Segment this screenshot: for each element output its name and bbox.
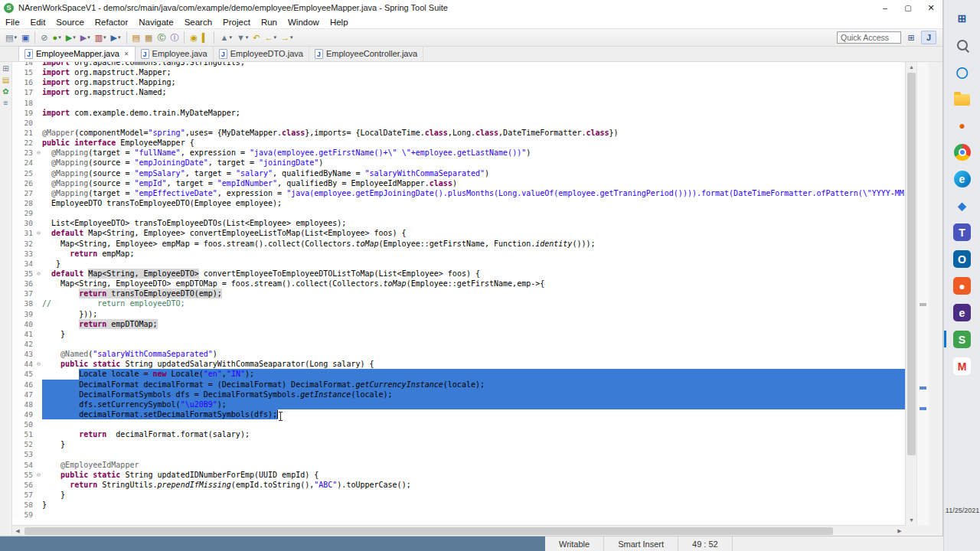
code-line-39[interactable]: 39 }));: [12, 309, 905, 319]
code-line-34[interactable]: 34 }: [12, 259, 905, 269]
new-package-icon[interactable]: ▦: [143, 31, 154, 45]
tab-close-icon[interactable]: ✕: [124, 51, 129, 57]
line-number[interactable]: 44: [18, 359, 35, 369]
code-line-26[interactable]: 26 @Mapping(source = "empId", target = "…: [12, 178, 905, 188]
code-line-15[interactable]: 15import org.mapstruct.Mapper;: [12, 67, 905, 77]
dropdown-arrow-icon[interactable]: ▾: [274, 34, 277, 41]
code-line-23[interactable]: 23⊖ @Mapping(target = "fullName", expres…: [12, 148, 905, 158]
menu-run[interactable]: Run: [256, 18, 283, 27]
code-line-52[interactable]: 52 }: [12, 439, 905, 449]
line-number[interactable]: 43: [18, 349, 35, 359]
line-number[interactable]: 46: [18, 380, 35, 390]
run-icon[interactable]: ▶▾: [64, 31, 77, 45]
overview-ruler[interactable]: [916, 62, 929, 525]
code-line-54[interactable]: 54 @EmployeeIdMapper: [12, 460, 905, 470]
menu-edit[interactable]: Edit: [25, 18, 51, 27]
line-number[interactable]: 34: [18, 259, 35, 269]
dropdown-arrow-icon[interactable]: ▾: [246, 34, 249, 41]
scroll-left-icon[interactable]: ◀: [12, 526, 23, 536]
fold-minus-icon[interactable]: ⊖: [35, 148, 42, 158]
code-line-51[interactable]: 51 return decimalFormat.format(salary);: [12, 429, 905, 439]
menu-refactor[interactable]: Refactor: [90, 18, 133, 27]
dropdown-arrow-icon[interactable]: ▾: [58, 34, 61, 41]
line-number[interactable]: 32: [18, 239, 35, 249]
code-line-24[interactable]: 24 @Mapping(source = "empJoiningDate", t…: [12, 158, 905, 168]
last-edit-location-icon[interactable]: ↶: [251, 31, 261, 45]
skip-breakpoints-icon[interactable]: ⊘: [39, 31, 49, 45]
horizontal-scrollbar[interactable]: ◀ ▶: [12, 525, 905, 536]
line-number[interactable]: 45: [18, 369, 35, 379]
cortana-icon[interactable]: ◯: [944, 58, 980, 85]
outline-icon[interactable]: ≡: [4, 99, 8, 107]
code-line-28[interactable]: 28 EmployeeDTO transToEmployeeDTO(Employ…: [12, 198, 905, 208]
scroll-up-icon[interactable]: ▲: [906, 62, 917, 72]
line-number[interactable]: 25: [18, 168, 35, 178]
vertical-scrollbar-thumb[interactable]: [907, 73, 916, 455]
line-number[interactable]: 37: [18, 289, 35, 298]
line-number[interactable]: 31: [18, 228, 35, 238]
line-number[interactable]: 29: [18, 208, 35, 218]
line-number[interactable]: 16: [18, 77, 35, 87]
line-number[interactable]: 22: [18, 138, 35, 148]
menu-navigate[interactable]: Navigate: [133, 18, 178, 27]
code-line-40[interactable]: 40 return empDTOMap;: [12, 319, 905, 329]
code-line-37[interactable]: 37 return transToEmployeeDTO(emp);: [12, 289, 905, 298]
dropdown-arrow-icon[interactable]: ▾: [229, 34, 232, 41]
line-number[interactable]: 35: [18, 269, 35, 279]
vscode-icon[interactable]: ◆: [944, 192, 980, 219]
menu-help[interactable]: Help: [325, 18, 354, 27]
line-number[interactable]: 17: [18, 87, 35, 97]
overview-mark[interactable]: [920, 386, 926, 390]
editor-tab-1[interactable]: JEmployee.java: [136, 46, 214, 61]
vertical-scrollbar[interactable]: ▲ ▼: [905, 62, 916, 525]
menu-source[interactable]: Source: [51, 18, 89, 27]
code-line-49[interactable]: 49 decimalFormat.setDecimalFormatSymbols…: [12, 409, 905, 419]
line-number[interactable]: 52: [18, 439, 35, 449]
new-java-project-icon[interactable]: ▤: [131, 31, 142, 45]
search-icon[interactable]: ◉: [188, 31, 199, 45]
line-number[interactable]: 39: [18, 309, 35, 319]
fold-minus-icon[interactable]: ⊖: [35, 269, 42, 279]
line-number[interactable]: 20: [18, 118, 35, 128]
line-number[interactable]: 56: [18, 480, 35, 490]
line-number[interactable]: 47: [18, 390, 35, 399]
firefox-icon[interactable]: ●: [944, 112, 980, 139]
code-line-45[interactable]: 45 Locale locale = new Locale("en","IN")…: [12, 369, 905, 379]
editor-tab-3[interactable]: JEmployeeController.java: [309, 46, 423, 61]
code-line-53[interactable]: 53: [12, 449, 905, 459]
line-number[interactable]: 53: [18, 449, 35, 459]
code-line-31[interactable]: 31⊖ default Map<String, Employee> conver…: [12, 228, 905, 238]
code-line-36[interactable]: 36 Map<String, EmployeeDTO> empDTOMap = …: [12, 279, 905, 289]
line-number[interactable]: 49: [18, 409, 35, 419]
forward-icon[interactable]: →▾: [279, 31, 295, 45]
edge-icon[interactable]: e: [944, 165, 980, 192]
chrome-icon[interactable]: [944, 139, 980, 165]
line-number[interactable]: 42: [18, 339, 35, 349]
overview-mark[interactable]: [920, 407, 926, 410]
dropdown-arrow-icon[interactable]: ▾: [118, 34, 121, 41]
start-icon[interactable]: ⊞: [944, 5, 980, 31]
code-line-46[interactable]: 46 DecimalFormat decimalFormat = (Decima…: [12, 380, 905, 390]
line-number[interactable]: 59: [18, 510, 35, 520]
code-line-14[interactable]: 14import org.apache.commons.lang3.String…: [12, 62, 905, 67]
line-number[interactable]: 21: [18, 128, 35, 138]
line-number[interactable]: 19: [18, 108, 35, 118]
outlook-icon[interactable]: O: [944, 246, 980, 272]
line-number[interactable]: 48: [18, 399, 35, 409]
postman-icon[interactable]: ●: [944, 272, 980, 299]
code-line-21[interactable]: 21@Mapper(componentModel="spring",uses= …: [12, 128, 905, 138]
maximize-button[interactable]: ▢: [897, 0, 920, 15]
menu-window[interactable]: Window: [283, 18, 325, 27]
next-annotation-icon[interactable]: ▼▾: [235, 31, 250, 45]
file-explorer-icon[interactable]: [944, 85, 980, 112]
line-number[interactable]: 54: [18, 460, 35, 470]
coverage-icon[interactable]: ▥▾: [93, 31, 108, 45]
code-line-44[interactable]: 44⊖ public static String updatedSalaryWi…: [12, 359, 905, 369]
package-explorer-icon[interactable]: ▤: [2, 77, 9, 84]
code-line-48[interactable]: 48 dfs.setCurrencySymbol("\u20B9");: [12, 399, 905, 409]
close-button[interactable]: ✕: [920, 0, 942, 15]
line-number[interactable]: 41: [18, 329, 35, 339]
code-line-29[interactable]: 29: [12, 208, 905, 218]
teams-icon[interactable]: T: [944, 219, 980, 246]
code-line-57[interactable]: 57 }: [12, 490, 905, 500]
